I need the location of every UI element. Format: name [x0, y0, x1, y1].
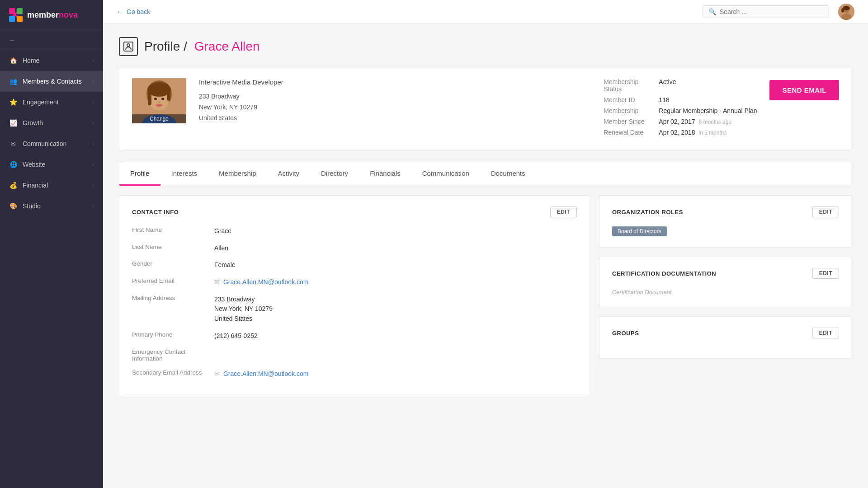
go-back-button[interactable]: ← Go back [117, 8, 150, 16]
tab-communication[interactable]: Communication [411, 162, 480, 186]
member-job-title: Interactive Media Developer [199, 78, 591, 86]
meta-membership-row: Membership Regular Membership - Annual P… [604, 107, 757, 114]
tab-membership[interactable]: Membership [208, 162, 267, 186]
field-mailing-address: Mailing Address 233 Broadway New York, N… [132, 295, 577, 324]
org-roles-edit-button[interactable]: EDIT [812, 206, 839, 217]
member-meta: Membership Status Active Member ID 118 M… [604, 78, 757, 140]
search-input[interactable] [720, 8, 823, 15]
member-info-card: Change Interactive Media Developer 233 B… [119, 67, 852, 151]
search-bar[interactable]: 🔍 [703, 5, 829, 18]
sidebar-item-members[interactable]: 👥 Members & Contacts › [0, 71, 103, 92]
sidebar-item-financial[interactable]: 💰 Financial › [0, 175, 103, 196]
role-badge: Board of Directors [612, 226, 667, 236]
avatar-image [838, 4, 854, 20]
avatar[interactable] [838, 4, 854, 20]
page-icon [119, 37, 138, 56]
sidebar-item-label: Financial [23, 182, 48, 189]
sidebar-item-label: Home [23, 57, 39, 64]
main-area: ← Go back 🔍 [103, 0, 868, 488]
change-photo-button[interactable]: Change [132, 114, 186, 123]
sidebar-item-label: Members & Contacts [23, 78, 82, 85]
sidebar-item-studio[interactable]: 🎨 Studio › [0, 196, 103, 216]
svg-point-19 [154, 98, 157, 100]
sidebar-item-communication[interactable]: ✉ Communication › [0, 133, 103, 154]
sidebar-item-label: Communication [23, 140, 66, 147]
meta-id-label: Member ID [604, 96, 653, 103]
contact-info-title: CONTACT INFO [132, 209, 179, 216]
chevron-right-icon: › [92, 203, 94, 209]
member-basic-info: Interactive Media Developer 233 Broadway… [199, 78, 591, 123]
svg-point-10 [841, 8, 844, 13]
logo-wordmark: membernova [27, 10, 78, 20]
financial-icon: 💰 [9, 181, 17, 189]
address-line2: New York, NY 10279 [199, 102, 591, 113]
address-line1: 233 Broadway [199, 91, 591, 102]
groups-header: GROUPS EDIT [612, 328, 839, 338]
sidebar-item-label: Growth [23, 119, 43, 127]
tab-documents[interactable]: Documents [480, 162, 536, 186]
tab-financials[interactable]: Financials [359, 162, 411, 186]
field-last-name: Last Name Allen [132, 244, 577, 253]
engagement-icon: ⭐ [9, 98, 17, 106]
meta-id-row: Member ID 118 [604, 96, 757, 103]
members-icon: 👥 [9, 77, 17, 85]
send-email-button[interactable]: SEND EMAIL [769, 80, 839, 100]
chevron-right-icon: › [92, 120, 94, 126]
meta-renewal-relative: in 5 months [698, 130, 726, 136]
meta-renewal-label: Renewal Date [604, 129, 653, 136]
email-icon: ✉ [214, 278, 220, 286]
sidebar-back-button[interactable]: ← [0, 30, 103, 50]
svg-rect-17 [148, 92, 151, 105]
home-icon: 🏠 [9, 56, 17, 65]
contact-info-header: CONTACT INFO EDIT [132, 206, 577, 217]
meta-status-value: Active [659, 78, 676, 93]
groups-edit-button[interactable]: EDIT [812, 328, 839, 338]
contact-info-edit-button[interactable]: EDIT [550, 206, 577, 217]
topbar-right: 🔍 [703, 4, 854, 20]
chevron-right-icon: › [92, 141, 94, 146]
svg-rect-5 [17, 16, 23, 22]
sidebar-nav: 🏠 Home › 👥 Members & Contacts › ⭐ Engage… [0, 50, 103, 216]
member-address: 233 Broadway New York, NY 10279 United S… [199, 91, 591, 123]
tab-interests[interactable]: Interests [160, 162, 208, 186]
field-gender: Gender Female [132, 260, 577, 270]
sidebar-item-label: Engagement [23, 99, 58, 106]
meta-since-row: Member Since Apr 02, 2017 6 months ago [604, 118, 757, 125]
sidebar-item-website[interactable]: 🌐 Website › [0, 154, 103, 175]
sidebar-item-label: Website [23, 161, 45, 168]
search-icon: 🔍 [708, 8, 716, 15]
preferred-email-link[interactable]: Grace.Allen.MN@outlook.com [223, 278, 309, 286]
meta-membership-value: Regular Membership - Annual Plan [659, 107, 757, 114]
right-cards: ORGANIZATION ROLES EDIT Board of Directo… [599, 195, 852, 359]
field-primary-phone: Primary Phone (212) 645-0252 [132, 331, 577, 341]
certification-title: CERTIFICATION DOCUMENTATION [612, 270, 716, 277]
member-name-heading: Grace Allen [194, 39, 260, 53]
chevron-right-icon: › [92, 183, 94, 188]
chevron-right-icon: › [92, 162, 94, 167]
groups-title: GROUPS [612, 330, 639, 337]
certification-edit-button[interactable]: EDIT [812, 268, 839, 279]
field-first-name: First Name Grace [132, 226, 577, 236]
tab-activity[interactable]: Activity [267, 162, 311, 186]
secondary-email-link[interactable]: Grace.Allen.MN@outlook.com [223, 370, 309, 377]
sidebar-item-home[interactable]: 🏠 Home › [0, 50, 103, 71]
avatar-svg [838, 4, 854, 20]
certification-header: CERTIFICATION DOCUMENTATION EDIT [612, 268, 839, 279]
svg-rect-2 [9, 8, 15, 14]
meta-membership-label: Membership [604, 107, 653, 114]
communication-icon: ✉ [9, 140, 17, 148]
sidebar-item-growth[interactable]: 📈 Growth › [0, 113, 103, 133]
meta-since-value: Apr 02, 2017 6 months ago [659, 118, 731, 125]
certification-card: CERTIFICATION DOCUMENTATION EDIT Certifi… [599, 257, 852, 307]
topbar: ← Go back 🔍 [103, 0, 868, 23]
sidebar-item-engagement[interactable]: ⭐ Engagement › [0, 92, 103, 113]
svg-rect-18 [167, 92, 170, 101]
svg-point-21 [158, 102, 160, 103]
growth-icon: 📈 [9, 119, 17, 127]
tab-profile[interactable]: Profile [119, 162, 160, 186]
member-photo-container: Change [132, 78, 186, 123]
field-preferred-email: Preferred Email ✉ Grace.Allen.MN@outlook… [132, 277, 577, 287]
sidebar-item-label: Studio [23, 202, 41, 210]
tab-directory[interactable]: Directory [310, 162, 359, 186]
back-arrow-icon: ← [117, 8, 124, 16]
